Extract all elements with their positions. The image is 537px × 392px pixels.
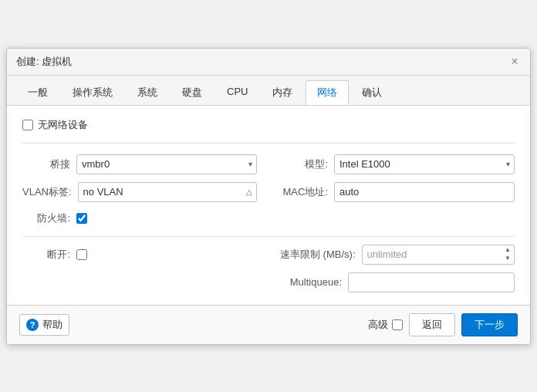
speed-input[interactable] — [362, 245, 515, 265]
close-button[interactable]: × — [508, 56, 521, 68]
tab-system[interactable]: 系统 — [126, 80, 169, 105]
mac-label: MAC地址: — [280, 185, 328, 199]
speed-row: 速率限制 (MB/s): ▲ ▼ — [280, 245, 515, 265]
firewall-label: 防火墙: — [22, 211, 70, 225]
divider-middle — [22, 236, 515, 237]
speed-label: 速率限制 (MB/s): — [280, 248, 356, 262]
bottom-section: 断开: 速率限制 (MB/s): ▲ ▼ Multiqueue: — [22, 245, 515, 292]
mac-row: MAC地址: — [280, 182, 515, 202]
bridge-label: 桥接 — [22, 157, 70, 171]
vlan-control: no VLAN △ — [78, 182, 257, 202]
disconnect-checkbox[interactable] — [76, 249, 87, 260]
advanced-text: 高级 — [368, 318, 388, 332]
disconnect-row: 断开: — [22, 245, 257, 265]
next-button[interactable]: 下一步 — [461, 313, 518, 336]
speed-up-arrow[interactable]: ▲ — [502, 246, 513, 254]
mac-control — [334, 182, 515, 202]
tab-memory[interactable]: 内存 — [261, 80, 304, 105]
left-spacer-bottom — [22, 272, 257, 292]
no-network-checkbox[interactable] — [22, 120, 33, 130]
firewall-row: 防火墙: — [22, 211, 257, 225]
speed-input-wrapper: ▲ ▼ — [362, 245, 515, 265]
vlan-label: VLAN标签: — [22, 185, 72, 199]
mac-input[interactable] — [334, 182, 515, 202]
tab-bar: 一般 操作系统 系统 硬盘 CPU 内存 网络 确认 — [7, 76, 530, 106]
window-title: 创建: 虚拟机 — [16, 55, 72, 69]
multiqueue-row: Multiqueue: — [280, 272, 515, 292]
form-grid: 桥接 vmbr0 ▾ 模型: Intel E1000 — [22, 154, 515, 225]
multiqueue-control — [348, 272, 515, 292]
footer-right: 高级 返回 下一步 — [368, 313, 518, 336]
model-select-wrapper: Intel E1000 ▾ — [334, 154, 515, 174]
divider-top — [22, 143, 515, 144]
tab-disk[interactable]: 硬盘 — [171, 80, 214, 105]
tab-content: 无网络设备 桥接 vmbr0 ▾ 模型: — [7, 106, 530, 305]
bridge-select[interactable]: vmbr0 — [76, 154, 257, 174]
vlan-select-wrapper: no VLAN △ — [78, 182, 257, 202]
tab-confirm[interactable]: 确认 — [350, 80, 393, 105]
help-label: 帮助 — [42, 318, 62, 332]
vlan-select[interactable]: no VLAN — [78, 182, 257, 202]
advanced-label[interactable]: 高级 — [368, 318, 403, 332]
no-network-label[interactable]: 无网络设备 — [22, 118, 88, 132]
bridge-select-wrapper: vmbr0 ▾ — [76, 154, 257, 174]
model-label: 模型: — [280, 157, 328, 171]
back-button[interactable]: 返回 — [409, 313, 455, 336]
tab-general[interactable]: 一般 — [16, 80, 59, 105]
main-window: 创建: 虚拟机 × 一般 操作系统 系统 硬盘 CPU 内存 网络 确认 无网络… — [6, 48, 531, 345]
help-icon: ? — [26, 319, 39, 331]
help-button[interactable]: ? 帮助 — [19, 314, 69, 336]
model-select[interactable]: Intel E1000 — [334, 154, 515, 174]
model-row: 模型: Intel E1000 ▾ — [280, 154, 515, 174]
tab-os[interactable]: 操作系统 — [61, 80, 124, 105]
tab-network[interactable]: 网络 — [306, 80, 349, 105]
advanced-checkbox[interactable] — [392, 319, 403, 330]
footer: ? 帮助 高级 返回 下一步 — [7, 305, 530, 344]
model-control: Intel E1000 ▾ — [334, 154, 515, 174]
right-spacer-firewall — [280, 210, 515, 225]
disconnect-label: 断开: — [22, 248, 70, 262]
firewall-checkbox[interactable] — [76, 213, 87, 224]
bridge-row: 桥接 vmbr0 ▾ — [22, 154, 257, 174]
no-network-row: 无网络设备 — [22, 118, 515, 132]
speed-down-arrow[interactable]: ▼ — [502, 255, 513, 262]
multiqueue-label: Multiqueue: — [280, 276, 342, 288]
speed-spinner: ▲ ▼ — [502, 246, 513, 262]
bridge-control: vmbr0 ▾ — [76, 154, 257, 174]
vlan-row: VLAN标签: no VLAN △ — [22, 182, 257, 202]
titlebar: 创建: 虚拟机 × — [7, 49, 530, 76]
multiqueue-input[interactable] — [348, 272, 515, 292]
tab-cpu[interactable]: CPU — [215, 80, 259, 105]
